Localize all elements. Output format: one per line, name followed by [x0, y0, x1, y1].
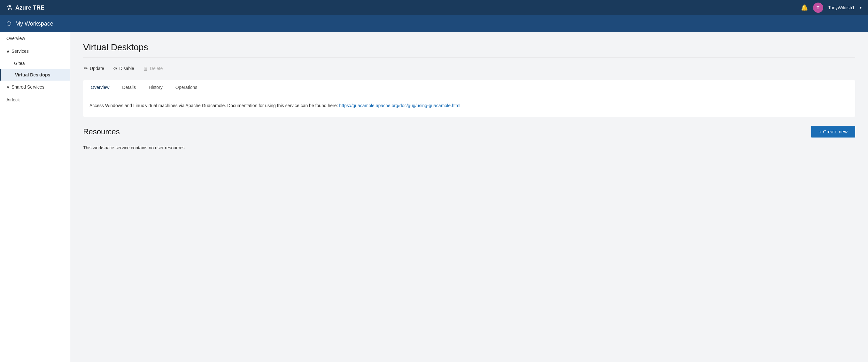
sidebar-section-services[interactable]: ∧ Services	[0, 45, 70, 58]
app-title: Azure TRE	[16, 4, 44, 11]
tabs-header: Overview Details History Operations	[83, 80, 855, 94]
flask-icon: ⚗	[6, 4, 12, 11]
empty-resources-message: This workspace service contains no user …	[83, 143, 855, 153]
sidebar-shared-services-label: Shared Services	[11, 84, 44, 90]
tab-history[interactable]: History	[142, 80, 169, 94]
chevron-down-icon: ∨	[6, 84, 9, 90]
update-label: Update	[90, 66, 104, 71]
workspace-bar: ⬡ My Workspace	[0, 16, 868, 32]
tab-operations-label: Operations	[176, 85, 197, 90]
tab-operations[interactable]: Operations	[169, 80, 204, 94]
delete-icon: 🗑	[143, 66, 148, 71]
workspace-icon: ⬡	[6, 20, 11, 27]
sidebar-item-airlock[interactable]: Airlock	[0, 93, 70, 106]
description-link[interactable]: https://guacamole.apache.org/doc/gug/usi…	[339, 103, 460, 108]
disable-label: Disable	[119, 66, 134, 71]
chevron-up-icon: ∧	[6, 49, 9, 54]
main-layout: Overview ∧ Services Gitea Virtual Deskto…	[0, 32, 868, 362]
sidebar-item-gitea[interactable]: Gitea	[0, 58, 70, 69]
avatar: T	[813, 3, 823, 13]
topbar-left: ⚗ Azure TRE	[6, 4, 44, 11]
bell-icon[interactable]: 🔔	[801, 4, 808, 11]
tab-history-label: History	[149, 85, 163, 90]
tab-overview-label: Overview	[91, 85, 109, 90]
divider	[83, 58, 855, 58]
tab-details-label: Details	[122, 85, 136, 90]
update-icon: ✏	[84, 65, 88, 71]
topbar: ⚗ Azure TRE 🔔 T TonyWildish1 ▾	[0, 0, 868, 16]
tabs-container: Overview Details History Operations Acce…	[83, 80, 855, 117]
sidebar-item-label: Overview	[6, 36, 25, 41]
chevron-down-icon[interactable]: ▾	[860, 5, 862, 10]
update-button[interactable]: ✏ Update	[83, 64, 105, 72]
create-new-button[interactable]: + Create new	[811, 126, 855, 138]
sidebar-services-label: Services	[11, 49, 29, 54]
page-title: Virtual Desktops	[83, 42, 855, 53]
tab-overview-content: Access Windows and Linux virtual machine…	[83, 94, 855, 117]
delete-label: Delete	[150, 66, 163, 71]
sidebar-airlock-label: Airlock	[6, 97, 20, 102]
sidebar-section-shared-services[interactable]: ∨ Shared Services	[0, 81, 70, 93]
resources-title: Resources	[83, 127, 120, 136]
disable-icon: ⊘	[113, 65, 117, 71]
delete-button[interactable]: 🗑 Delete	[143, 65, 163, 72]
action-toolbar: ✏ Update ⊘ Disable 🗑 Delete	[83, 64, 855, 72]
workspace-title: My Workspace	[16, 21, 53, 27]
sidebar-item-virtual-desktops[interactable]: Virtual Desktops	[0, 69, 70, 81]
user-name: TonyWildish1	[828, 5, 855, 10]
sidebar-gitea-label: Gitea	[14, 61, 25, 66]
topbar-right: 🔔 T TonyWildish1 ▾	[801, 3, 862, 13]
sidebar-virtual-desktops-label: Virtual Desktops	[15, 72, 50, 78]
sidebar: Overview ∧ Services Gitea Virtual Deskto…	[0, 32, 70, 362]
content-area: Virtual Desktops ✏ Update ⊘ Disable 🗑 De…	[70, 32, 868, 362]
disable-button[interactable]: ⊘ Disable	[113, 64, 135, 72]
description-body: Access Windows and Linux virtual machine…	[90, 103, 339, 108]
resources-header: Resources + Create new	[83, 126, 855, 138]
sidebar-item-overview[interactable]: Overview	[0, 32, 70, 45]
tab-details[interactable]: Details	[116, 80, 142, 94]
tab-overview[interactable]: Overview	[90, 80, 116, 94]
resources-section: Resources + Create new This workspace se…	[83, 126, 855, 153]
description-text: Access Windows and Linux virtual machine…	[90, 102, 849, 109]
